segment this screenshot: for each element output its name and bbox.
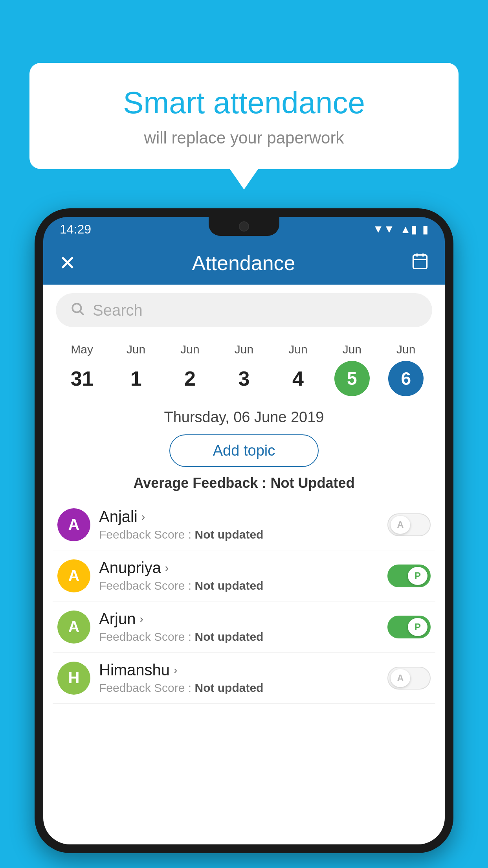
avg-feedback-label: Average Feedback : xyxy=(134,475,271,491)
chevron-icon: › xyxy=(174,664,177,677)
phone-camera xyxy=(239,221,249,232)
signal-icon: ▲▮ xyxy=(400,223,417,236)
student-name-anupriya: Anupriya › xyxy=(99,559,379,577)
calendar-strip: May 31 Jun 1 Jun 2 Jun 3 Jun 4 xyxy=(43,334,445,402)
speech-bubble: Smart attendance will replace your paper… xyxy=(29,63,459,169)
student-avatar-arjun: A xyxy=(57,611,90,644)
cal-day-6[interactable]: Jun 6 xyxy=(379,343,433,396)
bubble-title: Smart attendance xyxy=(53,85,435,121)
student-info-anjali: Anjali › Feedback Score : Not updated xyxy=(99,508,379,541)
cal-day-4[interactable]: Jun 4 xyxy=(271,343,325,396)
search-icon xyxy=(70,301,85,320)
chevron-icon: › xyxy=(165,562,169,574)
phone-notch xyxy=(209,217,279,236)
selected-date: Thursday, 06 June 2019 xyxy=(43,402,445,430)
toggle-knob: P xyxy=(408,618,427,636)
svg-rect-0 xyxy=(413,255,427,269)
student-avatar-anjali: A xyxy=(57,508,90,541)
cal-day-3[interactable]: Jun 3 xyxy=(217,343,271,396)
chevron-icon: › xyxy=(139,613,143,625)
student-name-anjali: Anjali › xyxy=(99,508,379,526)
svg-line-5 xyxy=(80,311,84,315)
attendance-toggle-anupriya[interactable]: P xyxy=(387,565,431,587)
avg-feedback: Average Feedback : Not Updated xyxy=(43,475,445,491)
speech-bubble-container: Smart attendance will replace your paper… xyxy=(29,63,459,169)
feedback-score-anupriya: Feedback Score : Not updated xyxy=(99,579,379,592)
attendance-toggle-anjali[interactable]: A xyxy=(387,513,431,536)
add-topic-button[interactable]: Add topic xyxy=(169,434,319,467)
calendar-icon[interactable] xyxy=(411,252,429,274)
student-item-arjun[interactable]: A Arjun › Feedback Score : Not updated P xyxy=(53,601,435,653)
wifi-icon: ▼▼ xyxy=(373,223,394,235)
cal-day-5[interactable]: Jun 5 xyxy=(325,343,379,396)
phone-container: 14:29 ▼▼ ▲▮ ▮ ✕ Attendance xyxy=(35,208,453,868)
student-item-himanshu[interactable]: H Himanshu › Feedback Score : Not update… xyxy=(53,653,435,704)
header-title: Attendance xyxy=(192,251,295,275)
cal-day-0[interactable]: May 31 xyxy=(55,343,109,396)
student-item-anjali[interactable]: A Anjali › Feedback Score : Not updated … xyxy=(53,499,435,550)
feedback-score-himanshu: Feedback Score : Not updated xyxy=(99,681,379,695)
attendance-toggle-arjun[interactable]: P xyxy=(387,616,431,638)
bubble-subtitle: will replace your paperwork xyxy=(53,129,435,147)
avg-feedback-value: Not Updated xyxy=(270,475,354,491)
student-list: A Anjali › Feedback Score : Not updated … xyxy=(43,499,445,704)
student-name-arjun: Arjun › xyxy=(99,610,379,628)
svg-point-4 xyxy=(72,303,81,312)
feedback-score-anjali: Feedback Score : Not updated xyxy=(99,528,379,541)
student-avatar-anupriya: A xyxy=(57,559,90,592)
close-button[interactable]: ✕ xyxy=(59,251,76,275)
status-icons: ▼▼ ▲▮ ▮ xyxy=(373,223,428,236)
student-avatar-himanshu: H xyxy=(57,662,90,695)
cal-day-2[interactable]: Jun 2 xyxy=(163,343,217,396)
app-header: ✕ Attendance xyxy=(43,241,445,285)
toggle-present[interactable]: P xyxy=(387,565,431,587)
chevron-icon: › xyxy=(141,511,145,523)
toggle-knob: A xyxy=(391,516,410,534)
attendance-toggle-himanshu[interactable]: A xyxy=(387,667,431,690)
student-info-himanshu: Himanshu › Feedback Score : Not updated xyxy=(99,661,379,695)
phone-frame: 14:29 ▼▼ ▲▮ ▮ ✕ Attendance xyxy=(35,208,453,853)
search-bar-container: Search xyxy=(43,285,445,334)
search-bar[interactable]: Search xyxy=(56,293,432,327)
toggle-absent[interactable]: A xyxy=(387,513,431,536)
toggle-knob: P xyxy=(408,567,427,585)
student-info-arjun: Arjun › Feedback Score : Not updated xyxy=(99,610,379,644)
toggle-present[interactable]: P xyxy=(387,616,431,638)
feedback-score-arjun: Feedback Score : Not updated xyxy=(99,630,379,644)
battery-icon: ▮ xyxy=(422,223,428,236)
toggle-absent[interactable]: A xyxy=(387,667,431,690)
phone-screen: Search May 31 Jun 1 Jun 2 Jun xyxy=(43,285,445,844)
cal-day-1[interactable]: Jun 1 xyxy=(109,343,163,396)
status-time: 14:29 xyxy=(60,222,91,237)
toggle-knob: A xyxy=(391,669,410,687)
student-item-anupriya[interactable]: A Anupriya › Feedback Score : Not update… xyxy=(53,550,435,601)
student-name-himanshu: Himanshu › xyxy=(99,661,379,679)
search-input-placeholder: Search xyxy=(93,302,143,319)
student-info-anupriya: Anupriya › Feedback Score : Not updated xyxy=(99,559,379,592)
